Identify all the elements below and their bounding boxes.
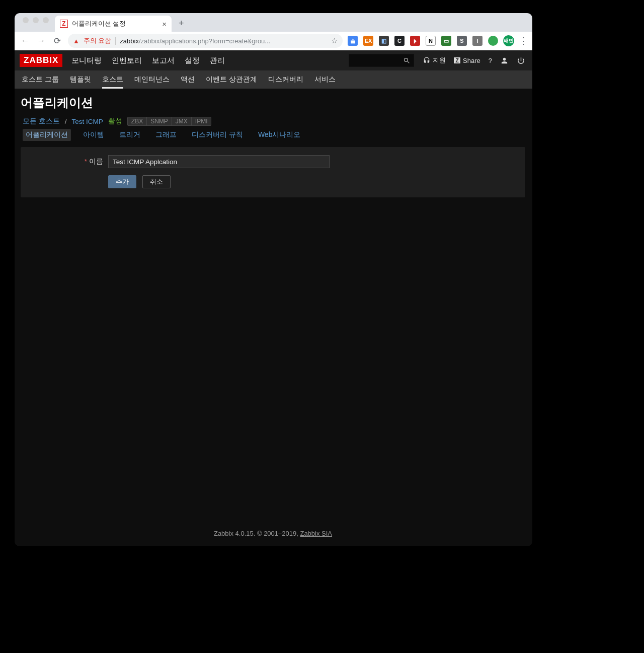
address-bar[interactable]: ▲ 주의 요함 zabbix/zabbix/applications.php?f… [68,34,343,48]
browser-menu-icon[interactable]: ⋮ [519,35,527,46]
submenu-item[interactable]: 호스트 [102,71,123,88]
name-label: *이름 [28,157,103,166]
new-tab-button[interactable]: + [172,18,190,32]
host-tabs: 어플리케이션아이템트리거그래프디스커버리 규칙Web시나리오 [21,129,525,141]
window-close-dot[interactable] [23,17,29,23]
submenu-item[interactable]: 메인터넌스 [134,71,170,88]
browser-tab-strip: Z 어플리케이션 설정 × + [15,13,532,32]
window-controls[interactable] [20,17,55,28]
extension-icon-s[interactable]: S [457,36,467,46]
protocol-badge: ZBX [128,117,146,125]
host-tab[interactable]: 어플리케이션 [23,129,71,141]
page-title: 어플리케이션 [21,95,525,111]
breadcrumb-all-hosts[interactable]: 모든 호스트 [23,117,60,126]
required-asterisk: * [85,158,87,165]
zabbix-submenu: 호스트 그룹템플릿호스트메인터넌스액션이벤트 상관관계디스커버리서비스 [15,70,532,89]
bookmark-star-icon[interactable]: ☆ [331,36,338,45]
user-profile-icon[interactable] [500,56,509,65]
main-menu-item[interactable]: 설정 [185,51,200,70]
window-maximize-dot[interactable] [43,17,49,23]
extension-icon-screen[interactable]: ▭ [441,36,451,46]
extension-icon-ex[interactable]: EX [363,36,373,46]
extension-icon-pocket[interactable]: ⏵ [410,36,420,46]
host-tab[interactable]: 디스커버리 규칙 [189,129,246,141]
nav-forward-icon[interactable]: → [36,36,47,46]
logout-icon[interactable] [517,56,525,65]
security-warning-icon: ▲ [73,37,79,45]
breadcrumb-separator: / [65,118,67,125]
submenu-item[interactable]: 서비스 [314,71,336,88]
extension-icon-green[interactable] [488,36,498,46]
translate-extension-icon[interactable] [348,36,358,46]
zabbix-app: ZABBIX 모니터링인벤토리보고서설정관리 지원 Z Share ? [15,50,532,546]
search-input[interactable] [349,54,414,67]
nav-reload-icon[interactable]: ⟳ [52,36,63,46]
header-right: 지원 Z Share ? [423,56,525,65]
main-menu-item[interactable]: 모니터링 [71,51,102,70]
search-icon [403,57,411,64]
extension-icons: EX ◧ C ⏵ N ▭ S I [348,36,498,46]
breadcrumb-host[interactable]: Test ICMP [72,118,103,125]
extension-icon-adblock[interactable]: ◧ [379,36,389,46]
browser-toolbar: ← → ⟳ ▲ 주의 요함 zabbix/zabbix/applications… [15,32,532,50]
footer-link[interactable]: Zabbix SIA [300,530,332,537]
tab-title: 어플리케이션 설정 [72,20,158,28]
host-tab[interactable]: Web시나리오 [255,129,304,141]
browser-window: Z 어플리케이션 설정 × + ← → ⟳ ▲ 주의 요함 zabbix/zab… [15,13,532,546]
protocol-badge: IPMI [191,117,211,125]
security-warning-text: 주의 요함 [84,37,111,45]
main-menu-item[interactable]: 보고서 [152,51,175,70]
zabbix-favicon: Z [60,20,68,28]
extension-icon-c[interactable]: C [394,36,405,46]
cancel-button[interactable]: 취소 [142,175,171,188]
name-input[interactable] [108,155,330,168]
profile-avatar[interactable]: 태빈 [503,35,514,46]
main-menu-item[interactable]: 인벤토리 [112,51,142,70]
breadcrumb-status: 활성 [108,117,122,126]
submenu-item[interactable]: 이벤트 상관관계 [206,71,257,88]
main-menu-item[interactable]: 관리 [210,51,225,70]
protocol-badge: SNMP [146,117,172,125]
headset-icon [423,57,430,64]
breadcrumb: 모든 호스트 / Test ICMP 활성 ZBXSNMPJMXIPMI [21,117,525,126]
support-link[interactable]: 지원 [423,56,446,65]
submenu-item[interactable]: 디스커버리 [268,71,303,88]
share-badge-icon: Z [454,57,460,63]
url-text: zabbix/zabbix/applications.php?form=crea… [120,37,327,45]
main-menu: 모니터링인벤토리보고서설정관리 [71,51,225,70]
nav-back-icon[interactable]: ← [20,36,31,46]
form-panel: *이름 추가 취소 [21,147,525,197]
host-tab[interactable]: 아이템 [80,129,107,141]
window-minimize-dot[interactable] [33,17,39,23]
extension-icon-i[interactable]: I [472,36,482,46]
host-tab[interactable]: 트리거 [116,129,143,141]
submenu-item[interactable]: 템플릿 [70,71,91,88]
submenu-item[interactable]: 액션 [181,71,195,88]
help-link[interactable]: ? [489,57,492,64]
page-content: 어플리케이션 모든 호스트 / Test ICMP 활성 ZBXSNMPJMXI… [15,89,532,546]
submenu-item[interactable]: 호스트 그룹 [22,71,59,88]
share-link[interactable]: Z Share [454,57,480,64]
protocol-badge: JMX [172,117,191,125]
form-row-name: *이름 [28,155,518,168]
zabbix-logo[interactable]: ZABBIX [20,54,62,67]
svg-rect-0 [351,40,355,43]
form-buttons: 추가 취소 [28,175,518,188]
tab-close-icon[interactable]: × [162,20,167,28]
zabbix-header: ZABBIX 모니터링인벤토리보고서설정관리 지원 Z Share ? [15,50,532,70]
protocol-badges: ZBXSNMPJMXIPMI [127,117,212,126]
submit-button[interactable]: 추가 [108,175,136,188]
extension-icon-notion[interactable]: N [426,36,436,46]
footer: Zabbix 4.0.15. © 2001–2019, Zabbix SIA [21,530,525,546]
browser-tab[interactable]: Z 어플리케이션 설정 × [55,16,172,32]
host-tab[interactable]: 그래프 [152,129,180,141]
address-separator [115,37,116,45]
